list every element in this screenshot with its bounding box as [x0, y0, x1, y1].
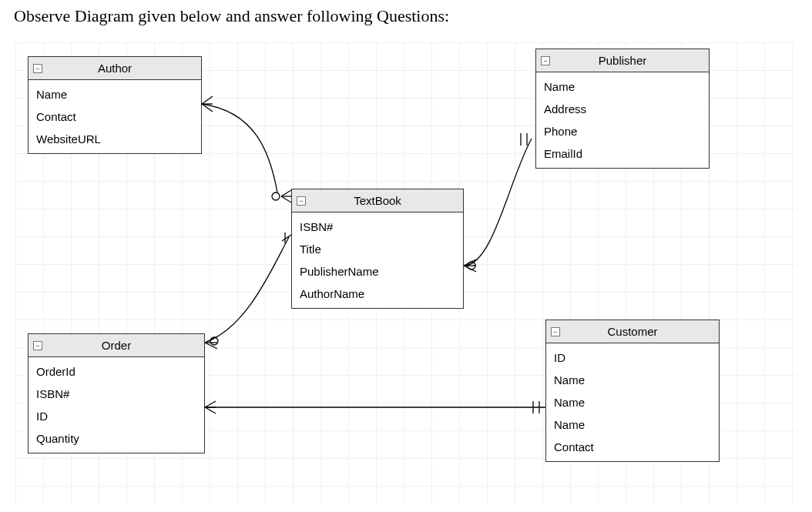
entity-header-author: − Author	[29, 57, 201, 80]
attr: Quantity	[29, 427, 204, 450]
attr: PublisherName	[292, 260, 463, 283]
attr: Name	[536, 75, 709, 98]
attr: Contact	[29, 105, 201, 128]
entity-header-textbook: − TextBook	[292, 189, 463, 212]
collapse-icon[interactable]: −	[541, 56, 550, 65]
entity-title: Publisher	[599, 54, 647, 67]
entity-customer[interactable]: − Customer ID Name Name Name Contact	[545, 320, 720, 462]
svg-line-14	[205, 336, 217, 343]
attr: Contact	[546, 436, 719, 458]
svg-point-13	[210, 337, 218, 345]
attr: ID	[29, 405, 204, 427]
svg-point-7	[468, 262, 475, 269]
svg-line-19	[205, 401, 216, 407]
svg-line-4	[281, 190, 291, 196]
svg-line-2	[202, 104, 213, 112]
attr: WebsiteURL	[29, 128, 201, 150]
entity-textbook[interactable]: − TextBook ISBN# Title PublisherName Aut…	[291, 189, 464, 309]
attr: AuthorName	[292, 283, 463, 305]
svg-line-16	[205, 343, 217, 349]
svg-line-10	[464, 266, 476, 272]
attr: ISBN#	[292, 216, 463, 238]
entity-body: ISBN# Title PublisherName AuthorName	[292, 212, 463, 308]
svg-line-0	[202, 96, 213, 104]
entity-body: OrderId ISBN# ID Quantity	[29, 357, 204, 453]
attr: Name	[546, 369, 719, 391]
entity-title: Customer	[607, 325, 657, 338]
entity-header-publisher: − Publisher	[536, 49, 709, 72]
attr: Name	[546, 391, 719, 413]
entity-header-order: − Order	[29, 334, 204, 357]
attr: ID	[546, 346, 719, 369]
entity-title: TextBook	[354, 194, 401, 207]
entity-order[interactable]: − Order OrderId ISBN# ID Quantity	[28, 333, 205, 453]
entity-title: Author	[98, 62, 132, 75]
entity-author[interactable]: − Author Name Contact WebsiteURL	[28, 56, 202, 154]
attr: Phone	[536, 120, 709, 142]
svg-line-6	[281, 196, 291, 202]
svg-point-3	[272, 192, 280, 200]
entity-header-customer: − Customer	[546, 320, 719, 343]
attr: Name	[29, 83, 201, 105]
svg-line-21	[205, 407, 216, 413]
entity-body: Name Contact WebsiteURL	[29, 80, 201, 153]
entity-title: Order	[102, 339, 131, 352]
svg-line-8	[464, 259, 476, 266]
diagram-canvas: − Author Name Contact WebsiteURL − Publi…	[15, 42, 797, 504]
collapse-icon[interactable]: −	[551, 327, 560, 336]
instruction-text: Observe Diagram given below and answer f…	[14, 6, 449, 26]
attr: Title	[292, 238, 463, 260]
entity-publisher[interactable]: − Publisher Name Address Phone EmailId	[535, 49, 710, 169]
entity-body: ID Name Name Name Contact	[546, 343, 719, 461]
attr: Name	[546, 413, 719, 436]
svg-line-18	[282, 235, 291, 241]
attr: EmailId	[536, 142, 709, 165]
attr: OrderId	[29, 360, 204, 383]
collapse-icon[interactable]: −	[33, 341, 42, 350]
attr: Address	[536, 98, 709, 120]
collapse-icon[interactable]: −	[297, 196, 306, 206]
attr: ISBN#	[29, 383, 204, 405]
entity-body: Name Address Phone EmailId	[536, 72, 709, 168]
collapse-icon[interactable]: −	[33, 64, 42, 73]
